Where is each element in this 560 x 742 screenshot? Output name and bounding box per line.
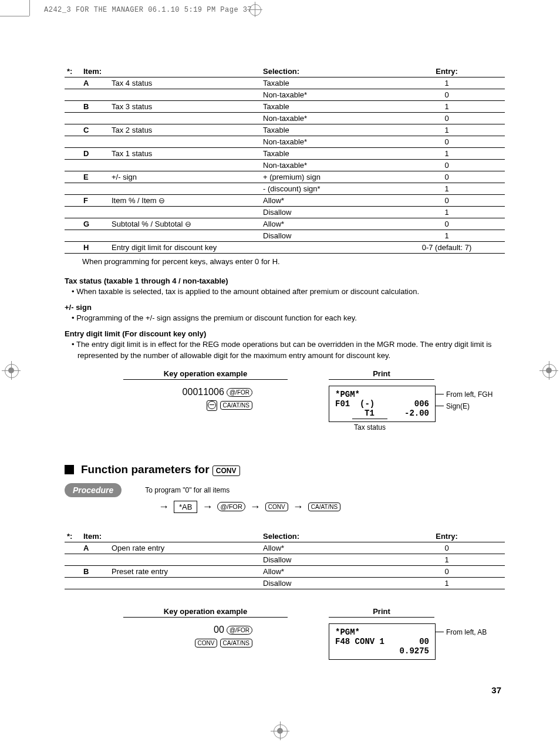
key-input-value: 00 [214, 625, 224, 635]
row-desc: Tax 4 status [109, 77, 261, 89]
arrow-icon: → [293, 501, 303, 513]
row-desc [109, 113, 261, 124]
row-letter: H [81, 242, 109, 254]
parameter-table-2: *:Item:Selection:Entry: AOpen rate entry… [65, 531, 505, 589]
row-desc [109, 160, 261, 171]
th-entry: Entry: [389, 531, 505, 542]
table-row: Non-taxable*0 [65, 136, 505, 148]
example-block-1: Key operation example 00011006 @/FOR CA/… [65, 369, 505, 422]
row-entry: 0 [389, 136, 505, 148]
row-entry: 1 [389, 183, 505, 195]
explain-heading: Tax status (taxable 1 through 4 / non-ta… [65, 276, 505, 285]
row-desc [109, 89, 261, 101]
row-entry: 1 [389, 554, 505, 565]
table-row: AOpen rate entryAllow*0 [65, 542, 505, 554]
row-entry: 0 [389, 113, 505, 124]
print-line: F48 CONV 1 [335, 637, 384, 646]
row-desc [109, 207, 261, 218]
row-entry: 0 [389, 195, 505, 207]
row-selection [261, 242, 389, 254]
th-star: *: [65, 66, 81, 77]
flow-step: *AB [174, 501, 197, 513]
receipt-print-box: *PGM* F48 CONV 100 0.9275 [329, 623, 436, 660]
explain-heading: Entry digit limit (For discount key only… [65, 329, 505, 338]
th-item: Item: [81, 531, 261, 542]
explain-bullet: When taxable is selected, tax is applied… [72, 286, 505, 297]
arrow-icon: → [202, 501, 212, 513]
annotation-text: Tax status [352, 419, 387, 431]
explain-heading: +/- sign [65, 303, 505, 312]
section-heading: Function parameters for CONV [65, 463, 505, 476]
row-entry: 1 [389, 124, 505, 136]
row-desc: Preset rate entry [109, 565, 261, 577]
arrow-icon: → [158, 501, 169, 513]
row-selection: Taxable [261, 77, 389, 89]
ca-at-ns-key: CA/AT/NS [308, 502, 340, 511]
row-letter [81, 554, 109, 565]
th-star: *: [65, 531, 81, 542]
table-row: Disallow1 [65, 554, 505, 565]
registration-mark-icon [5, 364, 18, 377]
conv-key: CONV [265, 502, 288, 511]
row-letter [81, 160, 109, 171]
row-desc: Tax 3 status [109, 101, 261, 113]
row-letter [81, 207, 109, 218]
print-value: -2.00 [404, 409, 429, 418]
row-desc [109, 183, 261, 195]
registration-mark-icon [542, 364, 555, 377]
th-selection: Selection: [261, 66, 389, 77]
row-desc [109, 577, 261, 589]
row-entry: 0-7 (default: 7) [389, 242, 505, 254]
row-selection: Disallow [261, 207, 389, 218]
crop-line [0, 16, 29, 16]
section-title-text: Function parameters for [81, 463, 212, 475]
row-entry: 1 [389, 207, 505, 218]
row-letter: C [81, 124, 109, 136]
row-selection: Disallow [261, 577, 389, 589]
row-desc: +/- sign [109, 171, 261, 183]
row-desc: Item % / Item ⊖ [109, 195, 261, 207]
table-row: Disallow1 [65, 207, 505, 218]
row-entry: 1 [389, 230, 505, 242]
row-desc [109, 136, 261, 148]
table-row: - (discount) sign*1 [65, 183, 505, 195]
example-heading: Key operation example [123, 369, 288, 380]
table-row: E+/- sign+ (premium) sign0 [65, 171, 505, 183]
print-heading: Print [329, 369, 434, 380]
table-row: FItem % / Item ⊖Allow*0 [65, 195, 505, 207]
row-desc: Tax 2 status [109, 124, 261, 136]
row-selection: - (discount) sign* [261, 183, 389, 195]
row-desc [109, 230, 261, 242]
print-heading: Print [329, 607, 434, 618]
print-value: 006 [414, 399, 429, 409]
at-for-key: @/FOR [227, 388, 252, 397]
row-letter [81, 577, 109, 589]
print-line: *PGM* [335, 628, 360, 637]
table-row: Non-taxable*0 [65, 160, 505, 171]
annotation-text: From left, FGH [446, 390, 492, 399]
row-entry: 0 [389, 218, 505, 230]
row-selection: Taxable [261, 124, 389, 136]
row-entry: 0 [389, 160, 505, 171]
row-letter [81, 113, 109, 124]
row-selection: Disallow [261, 230, 389, 242]
th-item: Item: [81, 66, 261, 77]
crop-line [29, 0, 30, 16]
explain-bullet: Programming of the +/- sign assigns the … [72, 313, 505, 323]
print-value: 0.9275 [400, 646, 429, 656]
flow-note-text: To program "0" for all items [145, 486, 230, 494]
example-heading: Key operation example [123, 607, 288, 618]
table-row: BTax 3 statusTaxable1 [65, 101, 505, 113]
row-letter: B [81, 565, 109, 577]
th-entry: Entry: [389, 66, 505, 77]
table-row: Non-taxable*0 [65, 89, 505, 101]
page-number: 37 [491, 685, 501, 695]
row-letter: E [81, 171, 109, 183]
th-selection: Selection: [261, 531, 389, 542]
row-selection: Taxable [261, 101, 389, 113]
ca-at-ns-key: CA/AT/NS [220, 401, 252, 410]
procedure-label: Procedure [65, 483, 122, 497]
table-row: Non-taxable*0 [65, 113, 505, 124]
row-entry: 0 [389, 542, 505, 554]
row-entry: 1 [389, 148, 505, 160]
